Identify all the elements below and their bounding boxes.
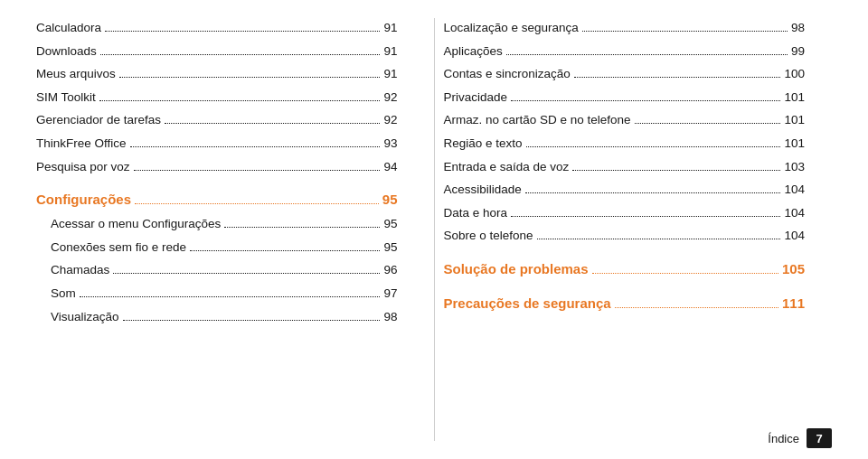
toc-item-dots <box>119 77 381 78</box>
toc-item: Aplicações99 <box>444 42 806 61</box>
toc-item-dots <box>511 100 780 101</box>
toc-section-header: Configurações95 <box>36 189 398 211</box>
footer-page: 7 <box>807 428 832 448</box>
toc-item: Conexões sem fio e rede95 <box>36 238 398 258</box>
toc-item-page: 96 <box>383 260 397 280</box>
toc-item: Acessibilidade104 <box>444 180 806 200</box>
toc-item-page: 91 <box>383 64 397 84</box>
toc-item-dots <box>224 227 380 228</box>
toc-item-dots <box>105 31 380 32</box>
toc-item: Calculadora91 <box>36 18 398 38</box>
toc-section-label: Solução de problemas <box>444 258 589 280</box>
toc-item-page: 104 <box>784 226 805 246</box>
toc-item-page: 98 <box>791 18 805 38</box>
toc-item-label: Data e hora <box>444 203 508 223</box>
toc-item: Entrada e saída de voz103 <box>444 157 806 177</box>
toc-item-label: Acessar o menu Configurações <box>51 214 221 234</box>
toc-item: Acessar o menu Configurações95 <box>36 214 398 234</box>
toc-item-page: 103 <box>784 157 805 177</box>
toc-item-label: Contas e sincronização <box>444 64 571 84</box>
toc-item: Contas e sincronização100 <box>444 64 806 84</box>
toc-item: SIM Toolkit92 <box>36 88 398 108</box>
toc-item-dots <box>134 170 381 171</box>
footer-label: Índice <box>768 432 799 445</box>
toc-item-dots <box>572 170 780 171</box>
toc-item-dots <box>511 216 780 217</box>
toc-section-header: Solução de problemas105 <box>444 258 806 280</box>
toc-item-label: Armaz. no cartão SD e no telefone <box>444 110 631 130</box>
toc-item-dots <box>113 273 380 274</box>
toc-item-label: Downloads <box>36 42 97 61</box>
toc-item-page: 95 <box>383 238 397 258</box>
toc-item: Armaz. no cartão SD e no telefone101 <box>444 110 806 130</box>
toc-item-dots <box>123 320 381 321</box>
toc-item-page: 93 <box>383 134 397 154</box>
toc-item-page: 91 <box>383 42 397 61</box>
toc-item-dots <box>635 123 781 124</box>
toc-item-dots <box>506 54 788 55</box>
toc-item: Data e hora104 <box>444 203 806 223</box>
toc-item-page: 100 <box>784 64 805 84</box>
toc-item-page: 95 <box>383 214 397 234</box>
toc-item-dots <box>526 146 781 147</box>
toc-item-label: Entrada e saída de voz <box>444 157 570 177</box>
toc-item-page: 97 <box>383 284 397 304</box>
toc-item-dots <box>582 31 788 32</box>
toc-item-dots <box>130 146 381 147</box>
toc-item: ThinkFree Office93 <box>36 134 398 154</box>
toc-item-page: 94 <box>383 157 397 177</box>
toc-item-dots <box>190 250 380 251</box>
toc-item: Som97 <box>36 284 398 304</box>
left-column: Calculadora91Downloads91Meus arquivos91S… <box>36 18 425 441</box>
toc-item-label: Aplicações <box>444 42 503 61</box>
toc-item: Pesquisa por voz94 <box>36 157 398 177</box>
toc-item-dots <box>525 192 781 193</box>
toc-item: Gerenciador de tarefas92 <box>36 110 398 130</box>
toc-item: Localização e segurança98 <box>444 18 806 38</box>
column-divider <box>434 18 435 441</box>
toc-section-dots <box>135 203 379 204</box>
toc-section-label: Precauções de segurança <box>444 293 611 314</box>
toc-item-dots <box>537 239 781 239</box>
toc-item-label: Gerenciador de tarefas <box>36 110 161 130</box>
toc-item-label: Privacidade <box>444 88 508 108</box>
toc-item-page: 104 <box>784 180 805 200</box>
toc-section-label: Configurações <box>36 189 131 211</box>
toc-item: Privacidade101 <box>444 88 806 108</box>
toc-section-dots <box>615 307 778 308</box>
toc-item: Região e texto101 <box>444 134 806 154</box>
toc-item-label: Localização e segurança <box>444 18 579 38</box>
toc-item-label: Região e texto <box>444 134 523 154</box>
toc-item-label: Calculadora <box>36 18 101 38</box>
toc-item-dots <box>100 54 381 55</box>
toc-item-label: Sobre o telefone <box>444 226 533 246</box>
toc-item-label: Meus arquivos <box>36 64 116 84</box>
toc-item-page: 101 <box>784 88 805 108</box>
toc-item-page: 101 <box>784 134 805 154</box>
toc-item-label: Chamadas <box>51 260 109 280</box>
toc-item-dots <box>80 296 381 297</box>
toc-item-label: Visualização <box>51 307 119 327</box>
toc-item-label: Som <box>51 284 76 304</box>
page-footer: Índice 7 <box>768 428 832 448</box>
toc-item-label: ThinkFree Office <box>36 134 127 154</box>
toc-item-page: 92 <box>383 110 397 130</box>
toc-item-label: SIM Toolkit <box>36 88 96 108</box>
toc-section-page: 95 <box>382 189 398 211</box>
toc-item-dots <box>165 123 380 124</box>
toc-item-label: Acessibilidade <box>444 180 522 200</box>
toc-item-page: 91 <box>383 18 397 38</box>
toc-item-dots <box>99 100 381 101</box>
toc-item-page: 99 <box>791 42 805 61</box>
toc-item: Visualização98 <box>36 307 398 327</box>
toc-item: Meus arquivos91 <box>36 64 398 84</box>
toc-section-page: 111 <box>782 293 805 314</box>
toc-item: Sobre o telefone104 <box>444 226 806 246</box>
toc-item: Chamadas96 <box>36 260 398 280</box>
toc-item-dots <box>574 77 781 78</box>
toc-item: Downloads91 <box>36 42 398 61</box>
toc-item-label: Conexões sem fio e rede <box>51 238 186 258</box>
toc-section-dots <box>592 273 778 274</box>
toc-section-header: Precauções de segurança111 <box>444 293 806 314</box>
toc-item-page: 101 <box>784 110 805 130</box>
